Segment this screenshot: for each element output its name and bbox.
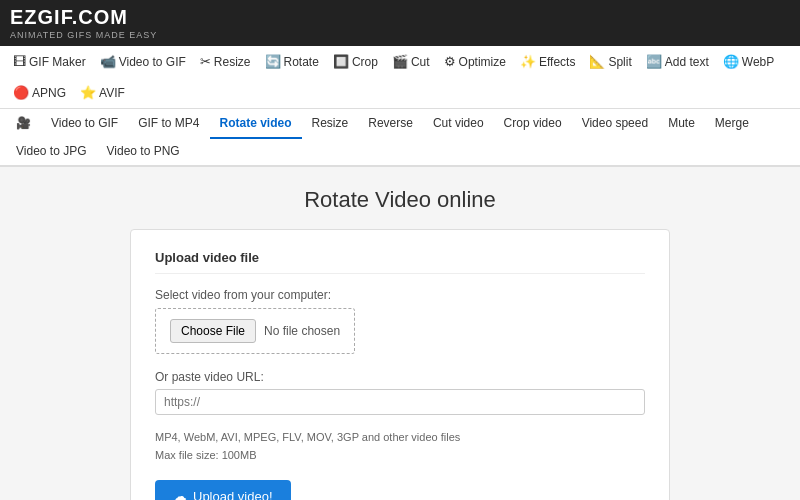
- sub-nav: 🎥 Video to GIF GIF to MP4 Rotate video R…: [0, 109, 800, 167]
- add-text-icon: 🔤: [646, 54, 662, 69]
- no-file-text: No file chosen: [264, 324, 340, 338]
- upload-icon: ☁: [173, 488, 187, 500]
- formats-text: MP4, WebM, AVI, MPEG, FLV, MOV, 3GP and …: [155, 429, 645, 464]
- effects-icon: ✨: [520, 54, 536, 69]
- logo-com: .COM: [72, 6, 128, 28]
- split-icon: 📐: [589, 54, 605, 69]
- nav-resize[interactable]: ✂ Resize: [193, 46, 258, 77]
- main-nav: 🎞 GIF Maker 📹 Video to GIF ✂ Resize 🔄 Ro…: [0, 46, 800, 109]
- nav-avif[interactable]: ⭐ AVIF: [73, 77, 132, 108]
- sub-nav-merge[interactable]: Merge: [705, 109, 759, 139]
- nav-video-to-gif[interactable]: 📹 Video to GIF: [93, 46, 193, 77]
- nav-split[interactable]: 📐 Split: [582, 46, 638, 77]
- file-input-area: Choose File No file chosen: [155, 308, 355, 354]
- video-to-gif-icon: 📹: [100, 54, 116, 69]
- nav-rotate[interactable]: 🔄 Rotate: [258, 46, 326, 77]
- resize-icon: ✂: [200, 54, 211, 69]
- webp-icon: 🌐: [723, 54, 739, 69]
- upload-card-heading: Upload video file: [155, 250, 645, 274]
- logo-text: EZGIF: [10, 6, 72, 28]
- sub-nav-video-to-png[interactable]: Video to PNG: [97, 137, 190, 167]
- sub-nav-video-to-jpg[interactable]: Video to JPG: [6, 137, 97, 167]
- sub-nav-mute[interactable]: Mute: [658, 109, 705, 139]
- content-area: Rotate Video online Upload video file Se…: [0, 167, 800, 500]
- sub-nav-video-icon: 🎥: [6, 109, 41, 139]
- select-label: Select video from your computer:: [155, 288, 645, 302]
- sub-nav-reverse[interactable]: Reverse: [358, 109, 423, 139]
- choose-file-button[interactable]: Choose File: [170, 319, 256, 343]
- sub-nav-rotate-video[interactable]: Rotate video: [210, 109, 302, 139]
- nav-add-text[interactable]: 🔤 Add text: [639, 46, 716, 77]
- sub-nav-video-speed[interactable]: Video speed: [572, 109, 659, 139]
- nav-cut[interactable]: 🎬 Cut: [385, 46, 437, 77]
- upload-button[interactable]: ☁ Upload video!: [155, 480, 291, 500]
- video-camera-icon: 🎥: [16, 116, 31, 130]
- nav-effects[interactable]: ✨ Effects: [513, 46, 582, 77]
- sub-nav-cut-video[interactable]: Cut video: [423, 109, 494, 139]
- nav-apng[interactable]: 🔴 APNG: [6, 77, 73, 108]
- rotate-icon: 🔄: [265, 54, 281, 69]
- sub-nav-crop-video[interactable]: Crop video: [494, 109, 572, 139]
- logo: EZGIF.COM: [10, 6, 790, 29]
- logo-bar: EZGIF.COM ANIMATED GIFS MADE EASY: [0, 0, 800, 46]
- upload-card: Upload video file Select video from your…: [130, 229, 670, 500]
- tagline: ANIMATED GIFS MADE EASY: [10, 30, 790, 40]
- url-input[interactable]: [155, 389, 645, 415]
- crop-icon: 🔲: [333, 54, 349, 69]
- nav-webp[interactable]: 🌐 WebP: [716, 46, 781, 77]
- avif-icon: ⭐: [80, 85, 96, 100]
- cut-icon: 🎬: [392, 54, 408, 69]
- apng-icon: 🔴: [13, 85, 29, 100]
- sub-nav-video-to-gif[interactable]: Video to GIF: [41, 109, 128, 139]
- nav-crop[interactable]: 🔲 Crop: [326, 46, 385, 77]
- nav-gif-maker[interactable]: 🎞 GIF Maker: [6, 46, 93, 77]
- sub-nav-resize[interactable]: Resize: [302, 109, 359, 139]
- gif-maker-icon: 🎞: [13, 54, 26, 69]
- page-title: Rotate Video online: [40, 187, 760, 213]
- optimize-icon: ⚙: [444, 54, 456, 69]
- nav-optimize[interactable]: ⚙ Optimize: [437, 46, 513, 77]
- url-label: Or paste video URL:: [155, 370, 645, 384]
- sub-nav-gif-to-mp4[interactable]: GIF to MP4: [128, 109, 209, 139]
